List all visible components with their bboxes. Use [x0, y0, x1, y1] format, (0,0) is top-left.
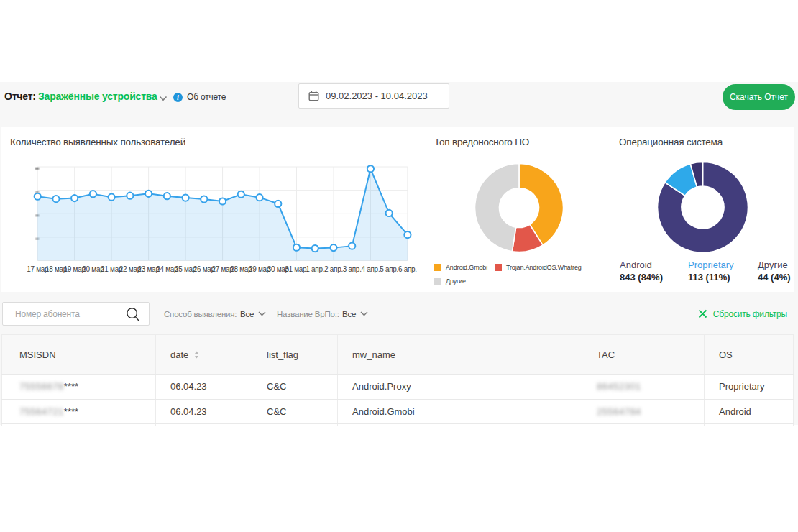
detected-users-line-chart[interactable]: 17 мар18 мар19 мар20 мар21 мар22 мар23 м…: [22, 162, 421, 276]
table-body: 75556678****06.04.23C&CAndroid.Proxy8645…: [1, 374, 794, 423]
chevron-down-icon: [360, 311, 368, 316]
os-chart-title: Операционная система: [619, 137, 723, 147]
line-chart-point[interactable]: [330, 244, 336, 251]
tac-blurred: 25564784: [597, 406, 641, 417]
date-cell: 06.04.23: [156, 400, 252, 424]
os-legend-item: Proprietary113 (11%): [688, 260, 758, 283]
date-range-value: 09.02.2023 - 10.04.2023: [326, 91, 428, 101]
line-chart-point[interactable]: [256, 194, 262, 201]
legend-label: Android.Gmobi: [446, 264, 487, 271]
line-chart-point[interactable]: [145, 191, 152, 197]
cutoff-cell: [338, 424, 582, 426]
legend-row: Android.GmobiTrojan.AndroidOS.Whatreg: [434, 264, 607, 271]
line-chart-point[interactable]: [164, 193, 170, 199]
malware-chart-title: Топ вредоносного ПО: [434, 137, 529, 147]
charts-panel: Количество выявленных пользователей Топ …: [1, 127, 794, 292]
reset-filters-button[interactable]: Сбросить фильтры: [698, 302, 787, 326]
line-chart-point[interactable]: [52, 196, 59, 202]
date-range-picker[interactable]: 09.02.2023 - 10.04.2023: [298, 83, 449, 109]
os-legend-name: Proprietary: [688, 260, 758, 270]
line-chart-point[interactable]: [275, 201, 281, 207]
msisdn-suffix: ****: [64, 406, 78, 417]
malware-name-select[interactable]: Все: [342, 302, 368, 326]
x-axis-label: 31 мар.: [285, 265, 308, 273]
x-axis-label: 4 апр.: [362, 265, 380, 273]
line-chart-point[interactable]: [109, 194, 115, 201]
legend-swatch: [434, 278, 441, 285]
line-chart-point[interactable]: [201, 196, 207, 202]
x-icon: [698, 309, 707, 318]
column-header-os[interactable]: OS: [705, 335, 794, 374]
os-legend-item: Другие44 (4%): [758, 260, 789, 283]
line-chart-point[interactable]: [404, 231, 411, 238]
legend-item[interactable]: Android.Gmobi: [434, 264, 495, 271]
line-chart-point[interactable]: [367, 165, 374, 172]
line-chart-point[interactable]: [90, 191, 96, 197]
detection-method-value: Все: [240, 310, 254, 318]
os-donut-chart[interactable]: [656, 160, 750, 254]
line-chart-point[interactable]: [293, 244, 300, 251]
legend-item[interactable]: Trojan.AndroidOS.Whatreg: [495, 264, 582, 271]
detection-method-filter: Способ выявления: Все: [164, 302, 237, 326]
cutoff-cell: [705, 424, 794, 426]
table-row[interactable]: 75556678****06.04.23C&CAndroid.Proxy8645…: [1, 374, 794, 399]
calendar-icon: [308, 91, 319, 101]
cutoff-cell: [582, 424, 705, 426]
line-chart-point[interactable]: [127, 193, 133, 199]
y-tick-label-blurred: [35, 168, 40, 170]
table-header-row: MSISDNdatelist_flagmw_nameTACOS: [1, 335, 794, 374]
line-chart-title: Количество выявленных пользователей: [10, 137, 185, 147]
column-header-label: MSISDN: [19, 349, 56, 360]
cutoff-cell: [252, 424, 338, 426]
column-header-label: OS: [719, 349, 733, 360]
sort-icon[interactable]: [194, 351, 199, 359]
line-chart-point[interactable]: [238, 191, 244, 198]
os-legend-value: 843 (84%): [620, 272, 688, 283]
detection-method-select[interactable]: Все: [240, 302, 266, 326]
tac-cell: 25564784: [582, 400, 705, 424]
msisdn-cell: 75556678****: [1, 375, 156, 399]
tac-cell: 86452301: [582, 375, 705, 399]
column-header-label: list_flag: [267, 349, 298, 360]
report-content-section: Отчет: Заражённые устройства i Об отчете…: [0, 82, 798, 425]
line-chart-point[interactable]: [71, 195, 78, 201]
column-header-mw_name[interactable]: mw_name: [338, 335, 582, 374]
line-chart-point[interactable]: [219, 198, 226, 204]
os-legend-name: Android: [620, 260, 688, 270]
column-header-label: mw_name: [352, 349, 395, 360]
detection-method-label: Способ выявления:: [164, 310, 237, 318]
os-legend-item: Android843 (84%): [620, 260, 688, 283]
line-chart-point[interactable]: [35, 193, 41, 200]
top-malware-donut-chart[interactable]: [473, 162, 565, 254]
subscriber-search-box: [2, 302, 150, 326]
chevron-down-icon[interactable]: [159, 96, 168, 101]
info-icon[interactable]: i: [173, 93, 183, 102]
tac-blurred: 86452301: [597, 381, 641, 392]
column-header-list_flag[interactable]: list_flag: [252, 335, 338, 374]
about-report-link[interactable]: Об отчете: [187, 92, 226, 102]
legend-item[interactable]: Другие: [434, 278, 466, 285]
donut-segment[interactable]: [475, 164, 519, 252]
malware-chart-legend: Android.GmobiTrojan.AndroidOS.WhatregДру…: [434, 264, 607, 291]
subscriber-search-input[interactable]: [15, 303, 123, 325]
line-chart-point[interactable]: [312, 245, 318, 252]
magnifier-icon[interactable]: [126, 307, 140, 322]
legend-swatch: [495, 264, 502, 271]
os-cell: Android: [705, 400, 794, 424]
x-axis-label: 5 апр.: [380, 265, 398, 273]
report-type-select[interactable]: Заражённые устройства: [38, 91, 157, 102]
os-legend-name: Другие: [758, 260, 789, 270]
column-header-date[interactable]: date: [156, 335, 252, 374]
table-row[interactable]: 75564721****06.04.23C&CAndroid.Gmobi2556…: [1, 399, 794, 424]
download-report-button[interactable]: Скачать Отчет: [723, 84, 795, 110]
column-header-label: TAC: [597, 349, 615, 360]
os-chart-legend: Android843 (84%)Proprietary113 (11%)Друг…: [620, 260, 789, 283]
chevron-down-icon: [258, 311, 266, 316]
column-header-tac[interactable]: TAC: [582, 335, 705, 374]
column-header-label: date: [170, 349, 188, 360]
column-header-msisdn[interactable]: MSISDN: [1, 335, 156, 374]
line-chart-point[interactable]: [386, 210, 393, 216]
line-chart-point[interactable]: [349, 243, 355, 249]
infected-devices-report-page: Отчет: Заражённые устройства i Об отчете…: [0, 0, 798, 532]
line-chart-point[interactable]: [182, 194, 188, 201]
